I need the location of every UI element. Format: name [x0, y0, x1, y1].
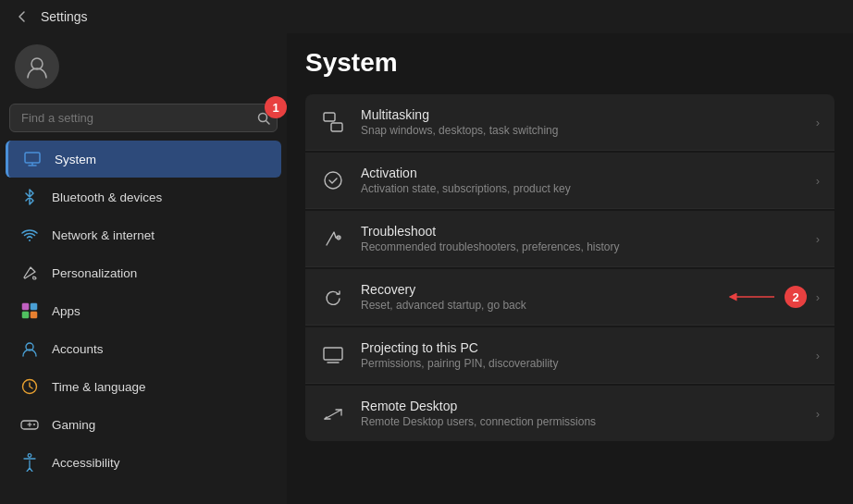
settings-item-title-projecting: Projecting to this PC [361, 340, 801, 355]
chevron-right-icon: › [816, 116, 820, 129]
search-input[interactable] [9, 104, 278, 132]
title-bar: Settings [0, 0, 853, 33]
sidebar-item-label-time: Time & language [52, 380, 146, 394]
svg-point-20 [325, 172, 341, 189]
wifi-icon [20, 226, 39, 244]
gaming-icon [20, 415, 39, 434]
app-title: Settings [41, 9, 88, 24]
settings-item-desc-multitasking: Snap windows, desktops, task switching [361, 124, 801, 137]
settings-list: Multitasking Snap windows, desktops, tas… [305, 94, 834, 441]
troubleshoot-icon [320, 226, 346, 252]
svg-rect-8 [31, 303, 37, 310]
svg-rect-18 [324, 113, 335, 121]
sidebar-item-apps[interactable]: Apps [6, 292, 281, 329]
svg-point-17 [28, 454, 31, 458]
settings-item-multitasking[interactable]: Multitasking Snap windows, desktops, tas… [305, 94, 834, 151]
paint-icon [20, 264, 39, 282]
settings-item-text-troubleshoot: Troubleshoot Recommended troubleshooters… [361, 224, 801, 253]
sidebar-item-accessibility[interactable]: Accessibility [6, 444, 281, 481]
sidebar-item-label-apps: Apps [52, 304, 80, 318]
settings-item-projecting[interactable]: Projecting to this PC Permissions, pairi… [305, 327, 834, 384]
annotation-2: 2 [785, 286, 807, 308]
svg-rect-3 [25, 153, 40, 163]
sidebar-item-label-gaming: Gaming [52, 418, 95, 432]
sidebar: 1 System [0, 33, 287, 504]
activation-icon [320, 167, 346, 193]
settings-item-desc-troubleshoot: Recommended troubleshooters, preferences… [361, 240, 801, 253]
settings-item-recovery[interactable]: Recovery Reset, advanced startup, go bac… [305, 269, 834, 326]
sidebar-item-accounts[interactable]: Accounts [6, 330, 281, 367]
sidebar-item-label-personalization: Personalization [52, 266, 137, 280]
chevron-right-icon-4: › [816, 290, 820, 304]
multitasking-icon [320, 109, 346, 135]
user-profile [0, 33, 287, 104]
sidebar-item-personalization[interactable]: Personalization [6, 254, 281, 291]
chevron-right-icon-3: › [816, 232, 820, 246]
time-icon [20, 377, 39, 396]
sidebar-item-label-bluetooth: Bluetooth & devices [52, 191, 162, 204]
chevron-right-icon-2: › [816, 174, 820, 188]
sidebar-item-label-network: Network & internet [52, 228, 155, 242]
chevron-right-icon-5: › [816, 349, 820, 363]
svg-point-6 [29, 240, 31, 241]
chevron-right-icon-6: › [816, 407, 820, 421]
settings-item-desc-remotedesktop: Remote Desktop users, connection permiss… [361, 415, 801, 428]
settings-item-desc-activation: Activation state, subscriptions, product… [361, 182, 801, 195]
nav-list: System Bluetooth & devices [0, 140, 287, 482]
sidebar-item-gaming[interactable]: Gaming [6, 406, 281, 443]
svg-point-16 [33, 424, 35, 425]
back-button[interactable] [15, 9, 30, 24]
settings-item-activation[interactable]: Activation Activation state, subscriptio… [305, 153, 834, 209]
annotation-2-wrapper: 2 [723, 283, 807, 311]
content-area: System Multitasking Snap windows, deskto… [287, 33, 853, 504]
settings-item-title-troubleshoot: Troubleshoot [361, 224, 801, 239]
accounts-icon [20, 339, 39, 358]
sidebar-item-system[interactable]: System [6, 141, 281, 178]
svg-rect-19 [331, 123, 342, 131]
settings-item-title-remotedesktop: Remote Desktop [361, 399, 801, 413]
settings-item-title-activation: Activation [361, 166, 801, 180]
main-layout: 1 System [0, 33, 853, 504]
sidebar-item-label-accounts: Accounts [52, 342, 104, 356]
settings-item-text-activation: Activation Activation state, subscriptio… [361, 166, 801, 195]
sidebar-item-label-system: System [55, 153, 96, 166]
annotation-arrow-2 [723, 283, 779, 311]
monitor-icon [23, 150, 42, 168]
sidebar-item-label-accessibility: Accessibility [52, 456, 120, 470]
settings-item-desc-projecting: Permissions, pairing PIN, discoverabilit… [361, 357, 801, 370]
sidebar-item-time[interactable]: Time & language [6, 368, 281, 405]
projecting-icon [320, 342, 346, 368]
svg-rect-9 [22, 312, 29, 318]
settings-item-text-projecting: Projecting to this PC Permissions, pairi… [361, 340, 801, 370]
recovery-icon [320, 284, 346, 310]
sidebar-item-bluetooth[interactable]: Bluetooth & devices [6, 178, 281, 215]
svg-line-2 [266, 120, 270, 124]
svg-line-24 [325, 410, 341, 419]
settings-item-text-multitasking: Multitasking Snap windows, desktops, tas… [361, 107, 801, 137]
sidebar-item-network[interactable]: Network & internet [6, 216, 281, 253]
settings-item-remotedesktop[interactable]: Remote Desktop Remote Desktop users, con… [305, 386, 834, 441]
settings-item-text-remotedesktop: Remote Desktop Remote Desktop users, con… [361, 399, 801, 428]
svg-rect-10 [31, 312, 37, 318]
svg-point-0 [31, 58, 43, 69]
svg-rect-22 [324, 348, 342, 360]
remotedesktop-icon [320, 400, 346, 426]
apps-icon [20, 301, 39, 320]
annotation-1: 1 [265, 96, 287, 118]
settings-item-troubleshoot[interactable]: Troubleshoot Recommended troubleshooters… [305, 211, 834, 267]
bluetooth-icon [20, 188, 39, 206]
settings-item-title-multitasking: Multitasking [361, 107, 801, 122]
avatar [15, 44, 59, 89]
accessibility-icon [20, 453, 39, 472]
search-box: 1 [9, 104, 278, 132]
page-title: System [305, 48, 834, 78]
svg-rect-7 [22, 303, 29, 310]
